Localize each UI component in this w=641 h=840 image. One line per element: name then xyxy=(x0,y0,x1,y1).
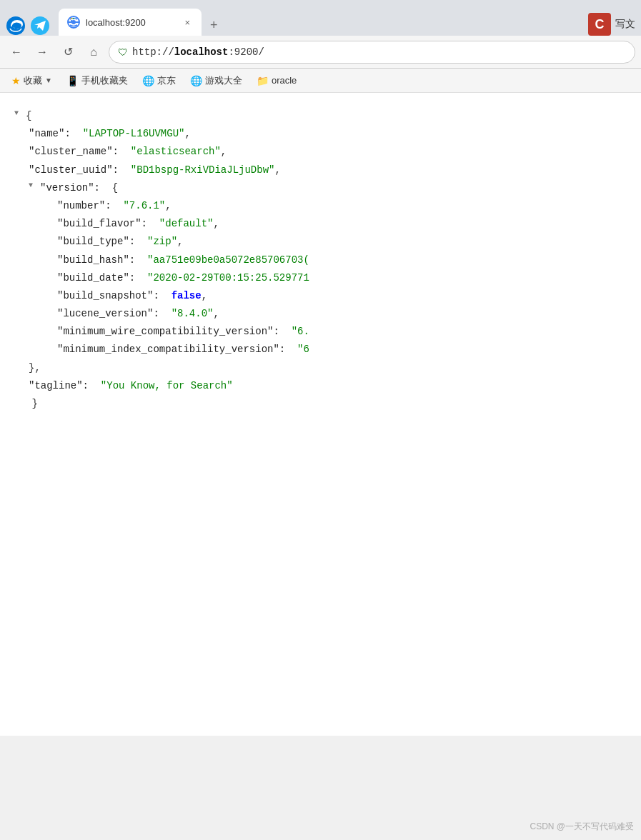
json-line-number: "number": "7.6.1" , xyxy=(14,197,627,215)
build-hash-value: "aa751e09be0a5072e85706703( xyxy=(147,251,309,269)
comma-cluster-uuid: , xyxy=(274,161,280,179)
comma-number: , xyxy=(165,197,171,215)
json-line-name: "name": "LAPTOP-L16UVMGU" , xyxy=(14,125,627,143)
build-hash-key: "build_hash": xyxy=(57,251,147,269)
version-brace-close: }, xyxy=(29,359,41,377)
json-line-build-hash: "build_hash": "aa751e09be0a5072e85706703… xyxy=(14,251,627,269)
cluster-uuid-value: "BD1bspg-RxiVDiaJLjuDbw" xyxy=(131,161,275,179)
browser-icons-right: C 写文 xyxy=(588,13,641,36)
tab-bar: localhost:9200 × + C 写文 xyxy=(0,0,641,36)
cluster-uuid-key: "cluster_uuid": xyxy=(29,161,131,179)
refresh-button[interactable]: ↺ xyxy=(57,41,79,63)
edge-icon[interactable] xyxy=(6,16,26,36)
name-key: "name": xyxy=(29,125,83,143)
min-wire-value: "6. xyxy=(292,323,309,341)
lucene-version-value: "8.4.0" xyxy=(172,305,214,323)
bookmark-favorites[interactable]: ★ 收藏 ▼ xyxy=(6,73,58,89)
tagline-value: "You Know, for Search" xyxy=(101,377,233,395)
comma-name: , xyxy=(184,125,190,143)
json-line-version: ▼ "version": { xyxy=(14,179,627,197)
json-line-build-type: "build_type": "zip" , xyxy=(14,233,627,251)
build-date-key: "build_date": xyxy=(57,269,147,287)
json-line-min-index: "minimum_index_compatibility_version": "… xyxy=(14,341,627,359)
tagline-key: "tagline": xyxy=(29,377,101,395)
name-value: "LAPTOP-L16UVMGU" xyxy=(83,125,185,143)
new-tab-button[interactable]: + xyxy=(204,15,224,36)
json-line-build-date: "build_date": "2020-02-29T00:15:25.52977… xyxy=(14,269,627,287)
cluster-name-key: "cluster_name": xyxy=(29,143,131,161)
build-date-value: "2020-02-29T00:15:25.529771 xyxy=(147,269,309,287)
json-line-build-flavor: "build_flavor": "default" , xyxy=(14,215,627,233)
security-shield-icon: 🛡 xyxy=(118,46,128,58)
bookmarks-bar: ★ 收藏 ▼ 📱 手机收藏夹 🌐 京东 🌐 游戏大全 📁 oracle xyxy=(0,69,641,93)
tab-title: localhost:9200 xyxy=(86,17,176,28)
version-brace-open: { xyxy=(112,179,118,197)
build-type-value: "zip" xyxy=(147,233,177,251)
bookmark-favorites-label: 收藏 xyxy=(24,74,42,87)
bookmark-jingdong[interactable]: 🌐 京东 xyxy=(136,73,182,89)
back-button[interactable]: ← xyxy=(6,41,27,63)
build-snapshot-key: "build_snapshot": xyxy=(57,287,172,305)
cluster-name-value: "elasticsearch" xyxy=(131,143,221,161)
build-snapshot-value: false xyxy=(172,287,202,305)
number-value: "7.6.1" xyxy=(123,197,165,215)
bookmark-oracle[interactable]: 📁 oracle xyxy=(251,74,302,88)
mobile-icon: 📱 xyxy=(66,75,79,86)
bookmark-games-label: 游戏大全 xyxy=(205,74,242,87)
watermark: CSDN @一天不写代码难受 xyxy=(530,821,634,833)
number-key: "number": xyxy=(57,197,123,215)
globe-icon-jd: 🌐 xyxy=(142,75,154,86)
comma-cluster-name: , xyxy=(221,143,227,161)
bookmark-mobile[interactable]: 📱 手机收藏夹 xyxy=(61,73,134,89)
comma-lucene-version: , xyxy=(213,305,219,323)
star-icon: ★ xyxy=(11,75,21,86)
root-brace-close: } xyxy=(31,395,37,413)
svg-rect-6 xyxy=(73,18,74,19)
tab-close-button[interactable]: × xyxy=(182,16,193,29)
browser-icons-left xyxy=(0,16,56,36)
bookmark-mobile-label: 手机收藏夹 xyxy=(81,74,128,87)
json-root-open: ▼ { xyxy=(14,107,627,125)
globe-icon-games: 🌐 xyxy=(190,75,202,86)
build-flavor-value: "default" xyxy=(159,215,214,233)
comma-build-snapshot: , xyxy=(202,287,207,305)
active-tab[interactable]: localhost:9200 × xyxy=(59,9,202,36)
json-root-close: } xyxy=(14,395,627,413)
dropdown-icon: ▼ xyxy=(45,76,52,84)
min-index-key: "minimum_index_compatibility_version": xyxy=(57,341,297,359)
svg-rect-5 xyxy=(71,18,72,19)
version-key: "version": xyxy=(40,179,112,197)
min-wire-key: "minimum_wire_compatibility_version": xyxy=(57,323,292,341)
csdn-text: 写文 xyxy=(615,18,635,31)
comma-build-type: , xyxy=(177,233,183,251)
json-line-version-close: }, xyxy=(14,359,627,377)
json-line-lucene-version: "lucene_version": "8.4.0" , xyxy=(14,305,627,323)
build-flavor-key: "build_flavor": xyxy=(57,215,159,233)
min-index-value: "6 xyxy=(297,341,309,359)
build-type-key: "build_type": xyxy=(57,233,147,251)
comma-build-flavor: , xyxy=(213,215,219,233)
folder-icon: 📁 xyxy=(257,75,269,86)
home-button[interactable]: ⌂ xyxy=(83,41,104,63)
tab-favicon xyxy=(67,16,80,29)
json-line-min-wire: "minimum_wire_compatibility_version": "6… xyxy=(14,323,627,341)
bookmark-oracle-label: oracle xyxy=(272,75,297,86)
collapse-root-button[interactable]: ▼ xyxy=(14,107,23,120)
collapse-version-button[interactable]: ▼ xyxy=(29,179,37,192)
csdn-icon[interactable]: C xyxy=(588,13,611,36)
toolbar: ← → ↺ ⌂ 🛡 http://localhost:9200/ xyxy=(0,36,641,69)
bookmark-games[interactable]: 🌐 游戏大全 xyxy=(184,73,248,89)
spacer xyxy=(14,395,20,413)
forward-button[interactable]: → xyxy=(31,41,53,63)
svg-rect-7 xyxy=(71,20,72,21)
lucene-version-key: "lucene_version": xyxy=(57,305,172,323)
root-brace-open: { xyxy=(26,107,31,125)
json-line-tagline: "tagline": "You Know, for Search" xyxy=(14,377,627,395)
address-bar[interactable]: 🛡 http://localhost:9200/ xyxy=(109,41,635,64)
json-line-build-snapshot: "build_snapshot": false , xyxy=(14,287,627,305)
telegram-icon[interactable] xyxy=(30,16,50,36)
json-line-cluster-name: "cluster_name": "elasticsearch" , xyxy=(14,143,627,161)
json-line-cluster-uuid: "cluster_uuid": "BD1bspg-RxiVDiaJLjuDbw"… xyxy=(14,161,627,179)
bookmark-jingdong-label: 京东 xyxy=(157,74,176,87)
address-text: http://localhost:9200/ xyxy=(132,46,264,58)
